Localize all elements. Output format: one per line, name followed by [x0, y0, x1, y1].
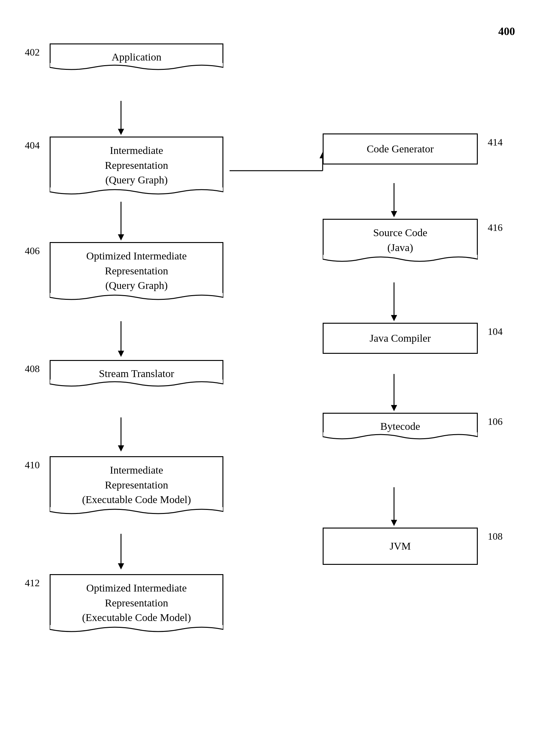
box-108: JVM 108 — [323, 527, 478, 565]
ref-404: 404 — [25, 140, 40, 151]
label-416: Source Code(Java) — [373, 227, 428, 253]
ref-402: 402 — [25, 47, 40, 58]
svg-marker-16 — [391, 315, 397, 321]
svg-marker-18 — [391, 405, 397, 411]
wavy-412 — [50, 625, 223, 634]
box-104: Java Compiler 104 — [323, 323, 478, 354]
box-408: 408 Stream Translator — [50, 360, 223, 389]
ref-406: 406 — [25, 245, 40, 257]
figure-number: 400 — [498, 25, 515, 38]
wavy-416 — [323, 255, 478, 263]
box-414: Code Generator 414 — [323, 133, 478, 164]
svg-marker-20 — [391, 520, 397, 526]
wavy-402 — [50, 63, 223, 72]
ref-414: 414 — [488, 136, 503, 148]
ref-108: 108 — [488, 531, 503, 542]
box-406: 406 Optimized IntermediateRepresentation… — [50, 242, 223, 303]
diagram-container: 400 — [19, 19, 540, 742]
label-108: JVM — [390, 540, 411, 552]
svg-marker-3 — [118, 234, 124, 240]
label-106: Bytecode — [380, 420, 420, 432]
svg-marker-9 — [118, 563, 124, 569]
box-410: 410 IntermediateRepresentation(Executabl… — [50, 456, 223, 517]
svg-marker-14 — [391, 211, 397, 217]
box-106: Bytecode 106 — [323, 413, 478, 442]
wavy-106 — [323, 432, 478, 441]
wavy-410 — [50, 507, 223, 516]
ref-412: 412 — [25, 577, 40, 589]
ref-416: 416 — [488, 222, 503, 233]
ref-410: 410 — [25, 459, 40, 471]
box-412: 412 Optimized IntermediateRepresentation… — [50, 574, 223, 635]
wavy-408 — [50, 380, 223, 388]
svg-marker-5 — [118, 351, 124, 357]
label-412: Optimized IntermediateRepresentation(Exe… — [82, 582, 191, 623]
box-402: 402 Application — [50, 44, 223, 73]
label-410: IntermediateRepresentation(Executable Co… — [82, 464, 191, 505]
svg-marker-7 — [118, 445, 124, 452]
svg-marker-1 — [118, 129, 124, 135]
ref-106: 106 — [488, 416, 503, 427]
ref-408: 408 — [25, 363, 40, 375]
label-404: IntermediateRepresentation(Query Graph) — [105, 145, 168, 186]
label-104: Java Compiler — [370, 332, 431, 344]
label-408: Stream Translator — [99, 368, 175, 379]
ref-104: 104 — [488, 326, 503, 337]
box-404: 404 IntermediateRepresentation(Query Gra… — [50, 136, 223, 197]
label-402: Application — [112, 51, 162, 63]
label-406: Optimized IntermediateRepresentation(Que… — [86, 250, 187, 291]
box-416: Source Code(Java) 416 — [323, 219, 478, 265]
wavy-406 — [50, 293, 223, 302]
wavy-404 — [50, 187, 223, 196]
label-414: Code Generator — [367, 143, 434, 155]
